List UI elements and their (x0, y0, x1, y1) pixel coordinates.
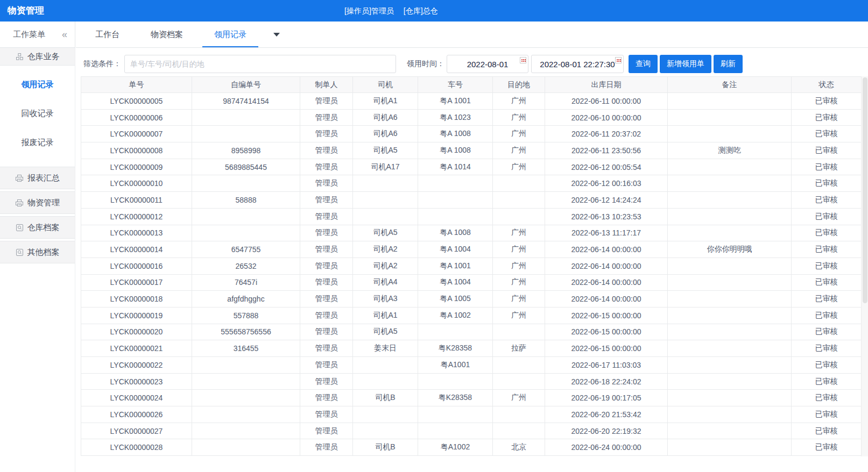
table-cell: 粤A 1008 (418, 126, 493, 142)
table-row[interactable]: LYCK00000019557888管理员司机A1粤A 1002广州2022-0… (81, 307, 862, 324)
tabs-dropdown-caret-icon[interactable] (273, 33, 280, 37)
table-cell (493, 357, 545, 374)
table-cell: 广州 (493, 291, 545, 307)
table-cell: 316455 (192, 340, 300, 357)
table-row[interactable]: LYCK000000088958998管理员司机A5粤A 1008广州2022-… (81, 142, 862, 159)
vertical-scrollbar-thumb[interactable] (863, 77, 867, 303)
table-cell: 广州 (493, 307, 545, 324)
table-cell: 2022-06-14 00:00:00 (545, 291, 668, 307)
date-to-picker[interactable]: 2022-08-01 22:27:30 (531, 55, 624, 73)
sidebar-group-4[interactable]: 报表汇总 (0, 167, 75, 189)
sidebar-group-0[interactable]: 仓库业务 (0, 48, 75, 66)
table-row[interactable]: LYCK00000027管理员2022-06-20 22:19:32已审核 (81, 423, 862, 439)
table-row[interactable]: LYCK000000095689885445管理员司机A17粤A 1014广州2… (81, 159, 862, 175)
table-row[interactable]: LYCK00000006管理员司机A6粤A 1023广州2022-06-10 0… (81, 109, 862, 126)
table-row[interactable]: LYCK00000018afgfdhgghc管理员司机A3粤A 1005广州20… (81, 291, 862, 307)
table-cell: 姜末日 (353, 340, 418, 357)
table-cell: 司机A6 (353, 109, 418, 126)
table-cell (192, 390, 300, 406)
tab-0[interactable]: 工作台 (83, 22, 131, 47)
calendar-icon[interactable] (520, 57, 526, 63)
table-cell: LYCK00000021 (81, 340, 192, 357)
calendar-icon[interactable] (615, 57, 622, 63)
table-cell: 管理员 (300, 142, 353, 159)
table-cell: 管理员 (300, 258, 353, 274)
filter-condition-label: 筛选条件： (83, 59, 121, 69)
table-cell: 司机B (353, 390, 418, 406)
table-cell: 管理员 (300, 109, 353, 126)
collapse-sidebar-icon[interactable]: « (62, 29, 67, 40)
sidebar-group-label: 仓库业务 (27, 52, 60, 62)
table-row[interactable]: LYCK00000023管理员2022-06-18 22:24:02已审核 (81, 373, 862, 390)
table-row[interactable]: LYCK00000013管理员司机A5粤A 1008广州2022-06-13 1… (81, 225, 862, 241)
table-cell: 已审核 (792, 340, 862, 357)
table-row[interactable]: LYCK0000001158888管理员2022-06-12 14:24:24已… (81, 192, 862, 209)
table-row[interactable]: LYCK00000024管理员司机B粤K28358广州2022-06-19 00… (81, 390, 862, 406)
table-cell: 2022-06-14 00:00:00 (545, 274, 668, 291)
table-cell: 8958998 (192, 142, 300, 159)
table-cell: 广州 (493, 159, 545, 175)
search-button[interactable]: 查询 (629, 55, 658, 73)
table-row[interactable]: LYCK0000000598747414154管理员司机A1粤A 1001广州2… (81, 93, 862, 110)
search-input[interactable] (124, 55, 396, 73)
table-cell: 粤A 1005 (418, 291, 493, 307)
table-cell: LYCK00000027 (81, 423, 192, 439)
table-cell: 你你你明明哦 (668, 241, 792, 258)
table-cell: 管理员 (300, 126, 353, 142)
vertical-scrollbar-track[interactable] (861, 76, 868, 456)
table-row[interactable]: LYCK00000007管理员司机A6粤A 1008广州2022-06-11 2… (81, 126, 862, 142)
table-cell (668, 126, 792, 142)
sidebar-items-section: 领用记录回收记录报废记录 (0, 66, 75, 165)
table-cell: LYCK00000016 (81, 258, 192, 274)
tab-2-active[interactable]: 领用记录 (202, 22, 258, 47)
table-cell (493, 175, 545, 192)
table-cell: 已审核 (792, 357, 862, 374)
sidebar-group-label: 其他档案 (27, 247, 60, 258)
table-cell: 2022-06-18 22:24:02 (545, 373, 668, 390)
table-cell: 2022-06-19 00:17:05 (545, 390, 668, 406)
table-cell (493, 373, 545, 390)
sidebar-group-6[interactable]: 仓库档案 (0, 216, 75, 239)
table-cell (418, 175, 493, 192)
table-cell: 粤A1002 (418, 439, 493, 456)
tab-1[interactable]: 物资档案 (139, 22, 195, 47)
refresh-button[interactable]: 刷新 (714, 55, 743, 73)
add-requisition-button[interactable]: 新增领用单 (660, 55, 711, 73)
table-row[interactable]: LYCK00000028管理员司机B粤A1002北京2022-06-24 00:… (81, 439, 862, 456)
time-filter-label: 领用时间： (407, 59, 444, 69)
table-cell (668, 225, 792, 241)
table-cell: 管理员 (300, 439, 353, 456)
table-cell: 粤A 1014 (418, 159, 493, 175)
date-from-picker[interactable]: 2022-08-01 (447, 55, 528, 73)
table-row[interactable]: LYCK00000010管理员2022-06-12 00:16:03已审核 (81, 175, 862, 192)
sidebar-item-1-active[interactable]: 领用记录 (0, 70, 75, 99)
table-row[interactable]: LYCK00000022管理员粤A10012022-06-17 11:03:03… (81, 357, 862, 374)
sidebar-group-7[interactable]: 其他档案 (0, 241, 75, 263)
table-cell: 2022-06-11 20:37:02 (545, 126, 668, 142)
table-cell: 已审核 (792, 373, 862, 390)
table-row[interactable]: LYCK00000012管理员2022-06-13 10:23:53已审核 (81, 208, 862, 225)
table-row[interactable]: LYCK00000021316455管理员姜末日粤K28358拉萨2022-06… (81, 340, 862, 357)
table-cell: 司机A1 (353, 93, 418, 110)
table-cell (418, 406, 493, 423)
table-cell: 管理员 (300, 373, 353, 390)
table-cell: 广州 (493, 93, 545, 110)
table-header-row: 单号自编单号制单人司机车号目的地出库日期备注状态 (81, 77, 862, 93)
table-row[interactable]: LYCK0000001776457i管理员司机A4粤A 1004广州2022-0… (81, 274, 862, 291)
sidebar-item-3[interactable]: 报废记录 (0, 128, 75, 157)
table-cell: 北京 (493, 439, 545, 456)
table-row[interactable]: LYCK0000001626532管理员司机A2粤A 1001广州2022-06… (81, 258, 862, 274)
table-cell: 司机A3 (353, 291, 418, 307)
table-row[interactable]: LYCK00000026管理员2022-06-20 21:53:42已审核 (81, 406, 862, 423)
sidebar-item-2[interactable]: 回收记录 (0, 99, 75, 128)
date-from-value: 2022-08-01 (467, 60, 509, 69)
column-header: 自编单号 (192, 77, 300, 93)
table-row[interactable]: LYCK000000146547755管理员司机A2粤A 1004广州2022-… (81, 241, 862, 258)
table-cell (353, 373, 418, 390)
table-cell: 2022-06-15 00:00:00 (545, 307, 668, 324)
sidebar-group-5[interactable]: 物资管理 (0, 191, 75, 214)
table-cell: 2022-06-12 00:05:54 (545, 159, 668, 175)
table-cell (192, 225, 300, 241)
table-cell: 2022-06-14 00:00:00 (545, 241, 668, 258)
table-row[interactable]: LYCK00000020555658756556管理员司机A52022-06-1… (81, 324, 862, 340)
